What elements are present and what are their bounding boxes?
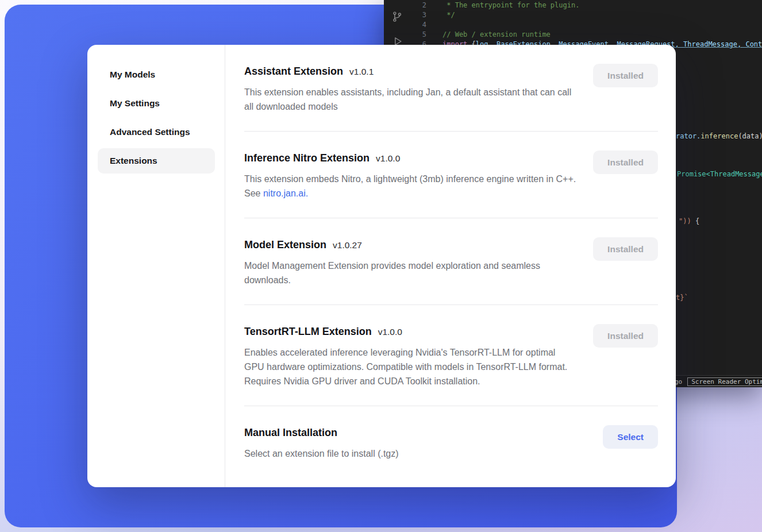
line-number: 3: [384, 10, 426, 20]
extension-item-inference-nitro: Inference Nitro Extension v1.0.0 This ex…: [244, 132, 658, 218]
code-token: ")): [679, 217, 691, 225]
extension-title: Assistant Extension: [244, 64, 343, 79]
extension-version: v1.0.27: [333, 240, 362, 250]
sidebar-item-extensions[interactable]: Extensions: [98, 148, 215, 174]
sidebar-item-advanced-settings[interactable]: Advanced Settings: [98, 119, 215, 145]
settings-sidebar: My Models My Settings Advanced Settings …: [87, 45, 225, 487]
sidebar-item-label: Extensions: [110, 156, 157, 166]
manual-installation-title: Manual Installation: [244, 425, 337, 440]
code-token: {: [691, 217, 699, 225]
code-line: 3 */: [384, 10, 762, 20]
nitro-jan-ai-link[interactable]: nitro.jan.ai.: [263, 188, 308, 198]
installed-button[interactable]: Installed: [593, 237, 658, 261]
code-token: (data));: [738, 132, 762, 140]
code-token: t}`: [676, 294, 688, 302]
manual-installation-description: Select an extension file to install (.tg…: [244, 446, 399, 461]
installed-button[interactable]: Installed: [593, 151, 658, 174]
extension-title: Model Extension: [244, 237, 326, 252]
extension-description: Enables accelerated inference leveraging…: [244, 345, 576, 388]
extension-title: Inference Nitro Extension: [244, 151, 370, 165]
manual-installation-section: Manual Installation Select an extension …: [244, 406, 658, 478]
select-button[interactable]: Select: [603, 425, 658, 449]
installed-button[interactable]: Installed: [593, 64, 658, 87]
code-fragment-promise-type: Promise<ThreadMessage>: [677, 170, 762, 179]
screen-reader-optimized-badge[interactable]: Screen Reader Optimiz: [687, 377, 762, 386]
extension-version: v1.0.1: [349, 67, 374, 77]
sidebar-item-label: Advanced Settings: [110, 127, 190, 137]
code-fragment-inference-call: rator.inference(data));: [676, 132, 762, 141]
extension-description: This extension enables assistants, inclu…: [244, 85, 576, 114]
code-comment: */: [426, 10, 455, 20]
code-token: inference: [701, 132, 738, 140]
code-fragment-string-brace: ")) {: [679, 217, 699, 226]
code-comment: // Web / extension runtime: [426, 30, 551, 40]
extension-version: v1.0.0: [376, 153, 400, 164]
sidebar-item-my-models[interactable]: My Models: [98, 62, 215, 87]
code-fragment-template-end: t}`: [676, 294, 688, 302]
extension-item-tensorrt-llm: TensortRT-LLM Extension v1.0.0 Enables a…: [244, 305, 658, 406]
code-token: rator.: [676, 132, 701, 140]
code-comment: * The entrypoint for the plugin.: [426, 1, 579, 10]
code-line: 4: [384, 20, 762, 30]
code-token: Promise<ThreadMessage>: [677, 170, 762, 178]
extension-description: Model Management Extension provides mode…: [244, 259, 576, 287]
sidebar-item-my-settings[interactable]: My Settings: [98, 91, 215, 116]
code-lines: 2 * The entrypoint for the plugin. 3 */ …: [384, 1, 762, 49]
code-line: 5 // Web / extension runtime: [384, 30, 762, 40]
installed-button[interactable]: Installed: [593, 324, 658, 348]
sidebar-item-label: My Settings: [110, 98, 160, 109]
extension-description: This extension embeds Nitro, a lightweig…: [244, 172, 576, 201]
extension-version: v1.0.0: [378, 327, 402, 337]
extension-item-model: Model Extension v1.0.27 Model Management…: [244, 218, 658, 305]
code-comment: [426, 20, 442, 30]
extension-item-assistant: Assistant Extension v1.0.1 This extensio…: [244, 45, 658, 132]
settings-modal: My Models My Settings Advanced Settings …: [87, 45, 676, 487]
extension-title: TensortRT-LLM Extension: [244, 324, 372, 339]
line-number: 2: [384, 1, 426, 10]
sidebar-item-label: My Models: [110, 70, 155, 80]
code-line: 2 * The entrypoint for the plugin.: [384, 1, 762, 10]
line-number: 4: [384, 20, 426, 30]
line-number: 5: [384, 30, 426, 40]
extensions-list: Assistant Extension v1.0.1 This extensio…: [225, 45, 676, 487]
